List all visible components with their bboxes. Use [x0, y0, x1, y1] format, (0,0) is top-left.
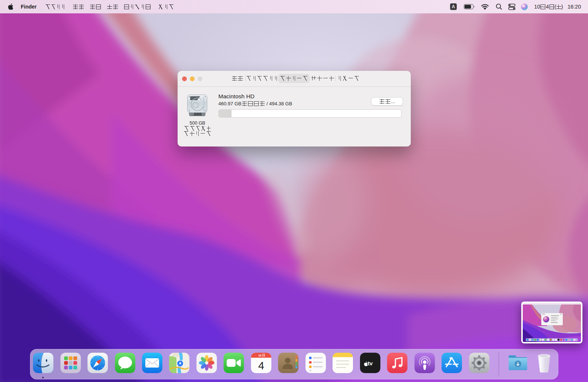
svg-text:10: 10 — [258, 354, 262, 357]
svg-text:tv: tv — [368, 360, 373, 366]
svg-text:4: 4 — [258, 360, 264, 372]
